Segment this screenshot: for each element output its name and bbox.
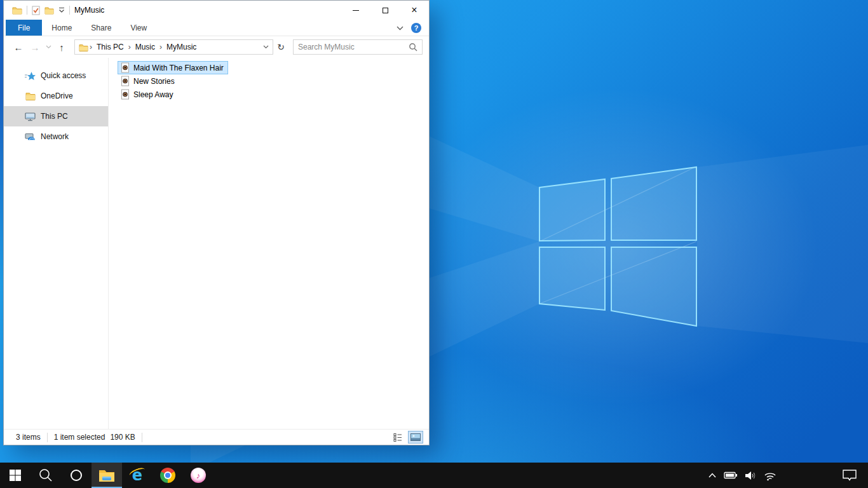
- audio-file-icon: [120, 62, 130, 73]
- tab-view[interactable]: View: [121, 20, 156, 36]
- breadcrumb-this-pc[interactable]: This PC: [93, 43, 127, 51]
- minimize-icon: [353, 10, 359, 11]
- selection-size: 190 KB: [110, 433, 135, 442]
- volume-button[interactable]: [743, 463, 758, 488]
- sidebar-item-label: Network: [41, 132, 69, 141]
- wifi-icon: [764, 470, 776, 481]
- file-name: Sleep Away: [133, 90, 173, 99]
- tab-share[interactable]: Share: [81, 20, 121, 36]
- ribbon-right-controls: ?: [397, 20, 429, 36]
- search-input[interactable]: [298, 43, 409, 51]
- customize-quick-access-button[interactable]: [58, 7, 65, 13]
- file-row[interactable]: New Stories: [118, 74, 179, 88]
- tab-file[interactable]: File: [6, 20, 42, 36]
- sidebar-item-onedrive[interactable]: OneDrive: [4, 86, 108, 106]
- action-center-button[interactable]: [839, 463, 860, 488]
- window-controls: ×: [341, 1, 429, 20]
- help-button[interactable]: ?: [411, 23, 421, 33]
- itunes-icon: ♪: [191, 468, 206, 483]
- internet-explorer-button[interactable]: e: [122, 463, 153, 488]
- quick-access-toolbar: [12, 6, 70, 15]
- ribbon-tab-row: File Home Share View ?: [4, 20, 429, 36]
- view-toggles: [391, 431, 423, 443]
- search-box: [293, 39, 423, 55]
- onedrive-folder-icon: [25, 92, 36, 100]
- chevron-down-icon: [46, 45, 51, 49]
- close-icon: ×: [411, 5, 417, 15]
- search-icon: [409, 43, 417, 51]
- file-name: New Stories: [133, 77, 175, 86]
- sidebar-item-network[interactable]: Network: [4, 126, 108, 147]
- taskbar-search-button[interactable]: [31, 463, 61, 488]
- window-title: MyMusic: [74, 6, 104, 15]
- details-view-button[interactable]: [391, 431, 405, 443]
- forward-button[interactable]: →: [27, 39, 43, 55]
- windows-start-icon: [9, 469, 22, 482]
- action-center-icon: [842, 469, 857, 482]
- chevron-down-icon: [397, 26, 403, 30]
- chrome-icon: [160, 468, 175, 483]
- back-button[interactable]: ←: [10, 39, 27, 55]
- up-button[interactable]: ↑: [53, 39, 70, 55]
- taskbar-file-explorer-button[interactable]: [92, 463, 122, 488]
- large-icons-view-button[interactable]: [409, 431, 423, 443]
- search-icon: [39, 468, 53, 482]
- breadcrumb-mymusic[interactable]: MyMusic: [163, 43, 200, 51]
- sidebar-item-label: This PC: [41, 112, 68, 121]
- recent-locations-button[interactable]: [43, 39, 53, 55]
- file-name: Maid With The Flaxen Hair: [133, 64, 224, 72]
- breadcrumb-music[interactable]: Music: [132, 43, 158, 51]
- large-icons-view-icon: [410, 433, 421, 441]
- this-pc-monitor-icon: [25, 112, 36, 121]
- new-folder-icon: [44, 6, 54, 15]
- sidebar-item-quick-access[interactable]: Quick access: [4, 65, 108, 86]
- file-explorer-window: MyMusic × File Home Share View ? ← → ↑ ›: [3, 0, 430, 445]
- file-row[interactable]: Maid With The Flaxen Hair: [118, 61, 228, 74]
- status-bar: 3 items 1 item selected 190 KB: [4, 429, 429, 445]
- cortana-circle-icon: [70, 469, 83, 482]
- sidebar-item-label: OneDrive: [41, 92, 73, 100]
- properties-button[interactable]: [32, 6, 40, 15]
- chrome-button[interactable]: [153, 463, 183, 488]
- battery-icon: [724, 471, 738, 480]
- cortana-button[interactable]: [61, 463, 92, 488]
- chevron-down-icon: [58, 7, 65, 13]
- internet-explorer-icon: e: [129, 467, 146, 484]
- minimize-button[interactable]: [341, 1, 370, 20]
- file-row[interactable]: Sleep Away: [118, 88, 178, 101]
- quick-access-star-icon: [25, 71, 36, 81]
- address-dropdown-button[interactable]: [263, 45, 269, 49]
- show-hidden-icons-button[interactable]: [707, 463, 718, 488]
- sidebar-item-label: Quick access: [41, 71, 86, 80]
- address-row: ← → ↑ › This PC › Music › MyMusic ↻: [4, 36, 429, 58]
- separator: [69, 6, 70, 15]
- network-icon: [25, 132, 36, 142]
- refresh-button[interactable]: ↻: [273, 42, 288, 52]
- new-folder-button[interactable]: [44, 6, 54, 15]
- wifi-button[interactable]: [763, 463, 778, 488]
- tab-home[interactable]: Home: [42, 20, 81, 36]
- battery-button[interactable]: [722, 463, 739, 488]
- sidebar-item-this-pc[interactable]: This PC: [4, 106, 108, 126]
- system-tray: [707, 463, 778, 488]
- properties-check-icon: [32, 6, 40, 15]
- navigation-pane: Quick access OneDrive This PC Network: [4, 58, 109, 429]
- close-button[interactable]: ×: [400, 1, 429, 20]
- chevron-down-icon: [263, 45, 269, 49]
- separator: [27, 6, 27, 15]
- address-bar[interactable]: › This PC › Music › MyMusic: [74, 39, 273, 55]
- explorer-window-icon: [12, 6, 22, 15]
- audio-file-icon: [120, 76, 130, 86]
- chevron-up-icon: [708, 472, 717, 478]
- start-button[interactable]: [0, 463, 31, 488]
- music-note-glyph: ♪: [196, 471, 201, 480]
- separator: [142, 433, 142, 442]
- maximize-button[interactable]: [370, 1, 400, 20]
- titlebar: MyMusic ×: [4, 1, 429, 20]
- itunes-button[interactable]: ♪: [183, 463, 214, 488]
- selection-count: 1 item selected: [54, 433, 105, 442]
- volume-icon: [745, 471, 757, 480]
- taskbar: e ♪: [0, 463, 868, 488]
- details-view-icon: [393, 433, 403, 442]
- expand-ribbon-button[interactable]: [397, 24, 403, 32]
